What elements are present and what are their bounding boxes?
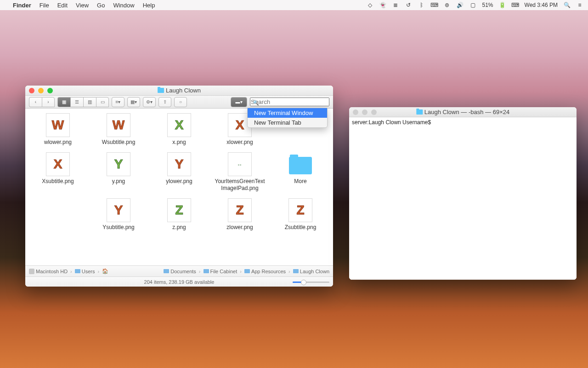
share-button[interactable]: ⇧ bbox=[158, 97, 171, 107]
finder-titlebar[interactable]: Laugh Clown bbox=[25, 86, 333, 96]
file-item[interactable]: WWsubtitle.png bbox=[90, 111, 147, 148]
terminal-title: Laugh Clown — -bash — 69×24 bbox=[424, 109, 509, 115]
file-item[interactable]: More bbox=[272, 150, 328, 194]
file-thumbnail: Y bbox=[167, 152, 191, 176]
search-input[interactable] bbox=[250, 98, 329, 106]
minimize-button[interactable] bbox=[362, 109, 368, 115]
close-button[interactable] bbox=[29, 88, 34, 93]
window-title: Laugh Clown bbox=[166, 87, 201, 94]
file-label: zlower.png bbox=[226, 224, 253, 231]
timemachine-icon[interactable]: ↺ bbox=[405, 2, 412, 8]
disk-icon bbox=[29, 269, 34, 274]
file-thumbnail: Y bbox=[107, 152, 130, 176]
icon-size-slider[interactable] bbox=[293, 279, 329, 285]
terminal-button[interactable]: ▬▾ bbox=[231, 97, 247, 107]
menu-go[interactable]: Go bbox=[97, 2, 105, 9]
file-thumbnail: -- bbox=[228, 152, 252, 176]
battery-icon[interactable]: 🔋 bbox=[499, 2, 506, 8]
app-name[interactable]: Finder bbox=[13, 2, 31, 9]
view-list-button[interactable]: ☰ bbox=[70, 97, 83, 107]
close-button[interactable] bbox=[353, 109, 358, 115]
terminal-body[interactable]: server:Laugh Clown Username$ bbox=[349, 117, 577, 280]
menu-file[interactable]: File bbox=[40, 2, 49, 9]
file-item[interactable]: Yylower.png bbox=[151, 150, 207, 194]
tags-button[interactable]: ○ bbox=[174, 97, 187, 107]
file-item[interactable]: XXsubtitle.png bbox=[30, 150, 86, 194]
file-label: xlower.png bbox=[226, 139, 253, 146]
file-thumbnail: W bbox=[107, 113, 130, 137]
list-icon[interactable]: ≣ bbox=[392, 2, 399, 8]
status-text: 204 items, 238.19 GB available bbox=[144, 279, 215, 285]
forward-button[interactable]: › bbox=[42, 97, 55, 107]
file-item[interactable]: --YourItemsGreenTextImageIPad.png bbox=[212, 150, 268, 194]
file-label: wlower.png bbox=[44, 139, 72, 146]
file-item[interactable]: ZZsubtitle.png bbox=[272, 196, 328, 233]
search-field-wrap: 🔍 bbox=[250, 98, 329, 106]
arrange-button[interactable]: ≡▾ bbox=[112, 97, 124, 107]
ghost-icon[interactable]: 👻 bbox=[379, 2, 386, 8]
action-button[interactable]: ⚙▾ bbox=[143, 97, 156, 107]
file-thumbnail: Z bbox=[167, 198, 191, 222]
file-area: Wwlower.pngWWsubtitle.pngXx.pngXxlower.p… bbox=[25, 109, 333, 265]
path-crumb[interactable]: File Cabinet bbox=[204, 269, 237, 274]
keyboard-icon[interactable]: ⌨ bbox=[430, 2, 438, 8]
back-button[interactable]: ‹ bbox=[29, 97, 42, 107]
file-label: YourItemsGreenTextImageIPad.png bbox=[215, 178, 265, 192]
file-thumbnail: X bbox=[46, 152, 70, 176]
terminal-window: Laugh Clown — -bash — 69×24 server:Laugh… bbox=[349, 107, 577, 280]
menu-help[interactable]: Help bbox=[143, 2, 155, 9]
battery-percent[interactable]: 51% bbox=[482, 2, 493, 8]
minimize-button[interactable] bbox=[38, 88, 44, 93]
view-columns-button[interactable]: ▥ bbox=[83, 97, 96, 107]
notifications-icon[interactable]: ≡ bbox=[576, 2, 583, 8]
menu-new-terminal-window[interactable]: New Terminal Window bbox=[248, 108, 327, 118]
status-bar: 204 items, 238.19 GB available bbox=[25, 276, 333, 287]
path-crumb[interactable]: Macintosh HD bbox=[29, 269, 68, 274]
folder-icon bbox=[75, 269, 80, 273]
file-item[interactable]: Xx.png bbox=[151, 111, 207, 148]
inbox-icon[interactable]: ◇ bbox=[366, 2, 373, 8]
maximize-button[interactable] bbox=[47, 88, 53, 93]
finder-toolbar: ‹ › ▦ ☰ ▥ ▭ ≡▾ ▦▾ ⚙▾ ⇧ ○ ▬▾ 🔍 bbox=[25, 96, 333, 109]
path-crumb[interactable]: Users bbox=[75, 269, 95, 274]
wifi-icon[interactable]: ⊚ bbox=[443, 2, 451, 8]
file-item[interactable]: Yy.png bbox=[90, 150, 147, 194]
folder-icon bbox=[204, 269, 209, 273]
folder-icon bbox=[244, 269, 250, 273]
volume-icon[interactable]: 🔊 bbox=[456, 2, 464, 8]
file-item[interactable]: Zz.png bbox=[151, 196, 207, 233]
file-label: More bbox=[294, 178, 306, 185]
file-label: Xsubtitle.png bbox=[42, 178, 74, 185]
path-crumb[interactable]: Documents bbox=[164, 269, 196, 274]
file-thumbnail: Z bbox=[228, 198, 252, 222]
folder-icon bbox=[416, 109, 423, 115]
group-button[interactable]: ▦▾ bbox=[127, 97, 140, 107]
menu-edit[interactable]: Edit bbox=[57, 2, 68, 9]
menubar: Finder File Edit View Go Window Help ◇ 👻… bbox=[0, 0, 588, 10]
folder-icon bbox=[158, 88, 164, 93]
bluetooth-icon[interactable]: ᛒ bbox=[418, 2, 425, 8]
menu-view[interactable]: View bbox=[76, 2, 89, 9]
file-thumbnail: Z bbox=[288, 198, 312, 222]
terminal-titlebar[interactable]: Laugh Clown — -bash — 69×24 bbox=[349, 107, 577, 117]
file-label: x.png bbox=[172, 139, 186, 146]
file-item[interactable]: YYsubtitle.png bbox=[90, 196, 147, 233]
clock[interactable]: Wed 3:46 PM bbox=[525, 2, 558, 8]
file-item[interactable]: Zzlower.png bbox=[212, 196, 268, 233]
path-crumb[interactable]: App Resources bbox=[244, 269, 286, 274]
spotlight-icon[interactable]: 🔍 bbox=[563, 2, 571, 8]
menu-new-terminal-tab[interactable]: New Terminal Tab bbox=[248, 118, 327, 127]
maximize-button[interactable] bbox=[371, 109, 377, 115]
path-bar: Macintosh HD› Users› 🏠 Documents› File C… bbox=[25, 265, 333, 276]
airplay-icon[interactable]: ▢ bbox=[469, 2, 476, 8]
folder-icon bbox=[288, 152, 312, 176]
view-icons-button[interactable]: ▦ bbox=[57, 97, 70, 107]
file-item[interactable]: Wwlower.png bbox=[30, 111, 86, 148]
input-icon[interactable]: ⌨︎ bbox=[512, 2, 519, 8]
menu-window[interactable]: Window bbox=[113, 2, 134, 9]
file-label: ylower.png bbox=[166, 178, 192, 185]
path-crumb[interactable]: 🏠 bbox=[102, 268, 108, 274]
search-icon: 🔍 bbox=[253, 100, 259, 106]
path-crumb[interactable]: Laugh Clown bbox=[293, 269, 329, 274]
view-gallery-button[interactable]: ▭ bbox=[96, 97, 109, 107]
